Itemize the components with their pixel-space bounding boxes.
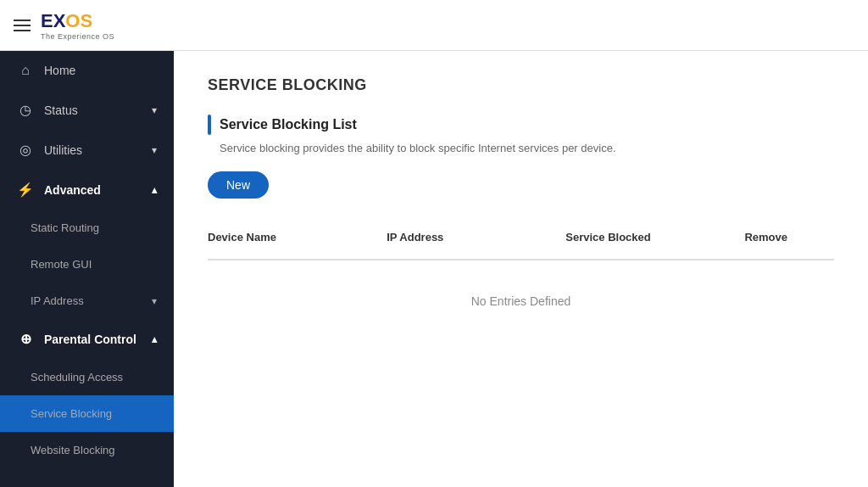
chevron-down-icon: ▾ bbox=[152, 295, 157, 307]
col-device-name: Device Name bbox=[208, 224, 387, 250]
chevron-up-icon: ▴ bbox=[152, 333, 157, 345]
col-remove: Remove bbox=[744, 224, 834, 250]
section-description: Service blocking provides the ability to… bbox=[220, 142, 834, 154]
page-title: SERVICE BLOCKING bbox=[208, 76, 834, 94]
section-title: Service Blocking List bbox=[220, 117, 357, 132]
sidebar-item-status[interactable]: ◷ Status ▾ bbox=[0, 90, 174, 130]
advanced-icon: ⚡ bbox=[17, 182, 34, 198]
sidebar-item-ip-address[interactable]: IP Address ▾ bbox=[0, 283, 174, 319]
service-blocking-table: Device Name IP Address Service Blocked R… bbox=[208, 224, 834, 342]
new-button[interactable]: New bbox=[208, 171, 269, 199]
section-title-bar: Service Blocking List bbox=[208, 115, 834, 135]
utilities-icon: ◎ bbox=[17, 142, 34, 158]
sidebar-item-label: Remote GUI bbox=[31, 258, 92, 271]
sidebar-item-label: Service Blocking bbox=[31, 407, 112, 420]
sidebar-item-label: Utilities bbox=[44, 143, 82, 157]
sidebar: ⌂ Home ◷ Status ▾ ◎ Utilities ▾ ⚡ Advanc… bbox=[0, 51, 174, 487]
sidebar-item-label: Scheduling Access bbox=[31, 371, 123, 383]
sidebar-item-label: Static Routing bbox=[31, 221, 99, 234]
menu-icon[interactable] bbox=[14, 16, 31, 35]
home-icon: ⌂ bbox=[17, 63, 34, 78]
status-icon: ◷ bbox=[17, 102, 34, 118]
sidebar-item-scheduling-access[interactable]: Scheduling Access bbox=[0, 359, 174, 395]
main-layout: ⌂ Home ◷ Status ▾ ◎ Utilities ▾ ⚡ Advanc… bbox=[0, 51, 868, 487]
chevron-down-icon: ▾ bbox=[152, 144, 157, 156]
section-border-accent bbox=[208, 115, 211, 135]
top-header: EXOS The Experience OS bbox=[0, 0, 868, 51]
logo-text: EXOS bbox=[41, 10, 114, 32]
chevron-down-icon: ▾ bbox=[152, 104, 157, 116]
sidebar-item-static-routing[interactable]: Static Routing bbox=[0, 210, 174, 246]
sidebar-item-service-blocking[interactable]: Service Blocking bbox=[0, 395, 174, 432]
main-content: SERVICE BLOCKING Service Blocking List S… bbox=[174, 51, 868, 487]
sidebar-item-label: Parental Control bbox=[44, 333, 136, 346]
sidebar-item-label: IP Address bbox=[31, 294, 84, 307]
chevron-up-icon: ▴ bbox=[152, 184, 157, 196]
logo-subtitle: The Experience OS bbox=[41, 32, 114, 41]
sidebar-item-label: Advanced bbox=[44, 183, 101, 197]
sidebar-item-website-blocking[interactable]: Website Blocking bbox=[0, 432, 174, 468]
sidebar-item-utilities[interactable]: ◎ Utilities ▾ bbox=[0, 130, 174, 170]
col-ip-address: IP Address bbox=[387, 224, 565, 250]
sidebar-item-advanced[interactable]: ⚡ Advanced ▴ bbox=[0, 170, 174, 210]
table-body: No Entries Defined bbox=[208, 260, 834, 342]
sidebar-item-remote-gui[interactable]: Remote GUI bbox=[0, 246, 174, 283]
sidebar-item-label: Home bbox=[44, 64, 75, 77]
sidebar-item-label: Status bbox=[44, 104, 78, 117]
logo-ex: EX bbox=[41, 10, 65, 31]
table-empty-message: No Entries Defined bbox=[208, 260, 834, 342]
sidebar-item-home[interactable]: ⌂ Home bbox=[0, 51, 174, 90]
sidebar-item-parental-control[interactable]: ⊕ Parental Control ▴ bbox=[0, 319, 174, 359]
logo-os: OS bbox=[65, 10, 92, 31]
parental-control-icon: ⊕ bbox=[17, 331, 34, 347]
col-service-blocked: Service Blocked bbox=[565, 224, 744, 250]
logo: EXOS The Experience OS bbox=[41, 10, 114, 41]
sidebar-item-label: Website Blocking bbox=[31, 444, 114, 456]
table-header: Device Name IP Address Service Blocked R… bbox=[208, 224, 834, 260]
